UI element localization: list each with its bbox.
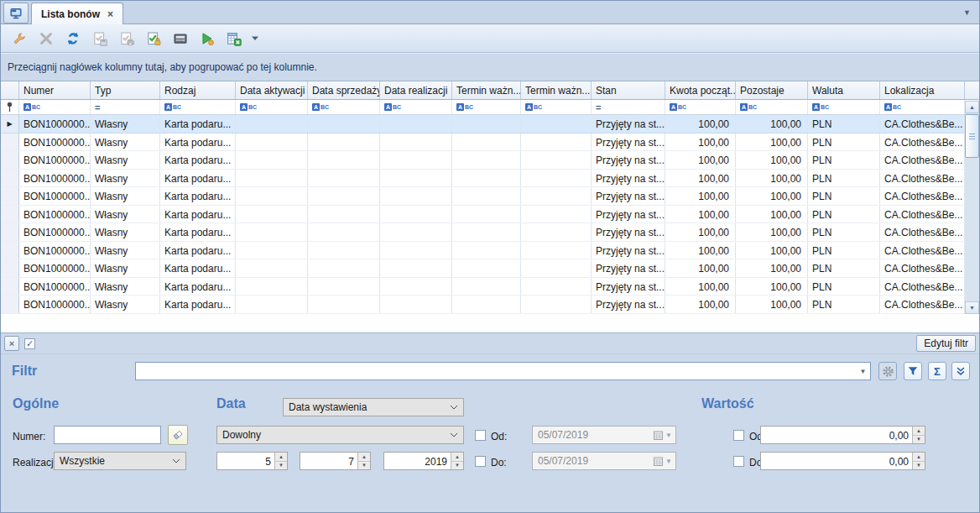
cell [236,151,308,169]
year-spinner[interactable]: 2019 ▲▼ [383,452,464,470]
sum-sigma-icon[interactable]: Σ [928,362,946,380]
confirm-lock-icon[interactable] [142,27,164,50]
column-header-11[interactable]: Pozostaje [736,81,808,99]
filtr-combobox[interactable]: ▼ [135,362,871,380]
filter-cell-5[interactable]: ABC [308,100,380,114]
table-row[interactable]: BON1000000...WłasnyKarta podaru...Przyję… [1,242,979,260]
cell: PLN [808,133,880,151]
filter-cell-6[interactable]: ABC [380,100,452,114]
date-dropdown-icon[interactable]: ▼ [665,458,672,465]
date-type-dropdown[interactable]: Data wystawienia [283,398,464,416]
filter-cell-13[interactable]: ABC [880,100,965,114]
cell: Karta podaru... [160,187,236,205]
cell: 100,00 [736,242,808,259]
spin-up-icon[interactable]: ▲ [451,453,463,462]
column-header-5[interactable]: Data sprzedaży [308,81,380,99]
column-header-10[interactable]: Kwota począt... [665,81,736,99]
column-header-3[interactable]: Rodzaj [160,81,236,99]
filter-cell-11[interactable]: ABC [736,100,808,114]
clear-filter-button[interactable]: × [4,336,19,351]
table-row[interactable]: BON1000000...WłasnyKarta podaru...Przyję… [1,223,979,242]
date-do-checkbox[interactable] [475,456,486,467]
filter-cell-4[interactable]: ABC [236,100,308,114]
numer-input[interactable] [54,426,161,444]
tab-list-dropdown-icon[interactable]: ▼ [963,8,971,17]
eraser-button[interactable] [168,425,188,445]
filtr-input[interactable] [136,363,856,380]
filter-cell-8[interactable]: ABC [521,100,592,114]
run-icon[interactable] [195,27,218,50]
column-header-13[interactable]: Lokalizacja [880,81,965,99]
spin-down-icon[interactable]: ▼ [913,436,925,444]
column-header-1[interactable]: Numer [19,81,91,99]
date-do-field[interactable]: 05/07/2019 ▼ [532,452,676,470]
filter-cell-3[interactable]: ABC [160,100,236,114]
cell: BON1000000... [19,278,91,296]
table-row[interactable]: BON1000000...WłasnyKarta podaru...Przyję… [1,206,979,224]
expand-chevrons-icon[interactable] [951,362,970,380]
cell: CA.Clothes&Be... [880,206,965,223]
table-row[interactable]: BON1000000...WłasnyKarta podaru...Przyję… [1,133,979,152]
column-header-2[interactable]: Typ [91,81,160,99]
table-row[interactable]: BON1000000...WłasnyKarta podaru...Przyję… [1,296,979,314]
month-spinner[interactable]: 7 ▲▼ [300,452,371,470]
tab-lista-bonow[interactable]: Lista bonów × [31,3,123,24]
wrench-edit-icon[interactable] [8,27,30,50]
filter-cell-1[interactable]: ABC [19,100,91,114]
value-do-input[interactable]: 0,00 ▲▼ [760,452,925,470]
edit-filter-button[interactable]: Edytuj filtr [916,335,976,352]
date-dropdown-icon[interactable]: ▼ [665,432,672,439]
filter-enabled-checkbox[interactable]: ✓ [24,338,35,349]
column-header-4[interactable]: Data aktywacji [236,81,308,99]
filter-cell-2[interactable]: = [91,100,160,114]
filter-cell-7[interactable]: ABC [452,100,521,114]
date-range-dropdown[interactable]: Dowolny [216,426,464,444]
refresh-icon[interactable] [61,27,84,50]
spin-up-icon[interactable]: ▲ [358,453,370,462]
vertical-scrollbar[interactable]: ▲ ▼ [965,101,979,314]
table-row[interactable]: BON1000000...WłasnyKarta podaru...Przyję… [1,187,979,206]
table-row[interactable]: ▶BON1000000...WłasnyKarta podaru...Przyj… [1,115,979,133]
value-od-input[interactable]: 0,00 ▲▼ [760,426,925,444]
group-by-bar[interactable]: Przeciągnij nagłówek kolumny tutaj, aby … [1,53,979,81]
date-od-field[interactable]: 05/07/2019 ▼ [532,426,676,444]
save-list-icon[interactable] [88,27,111,50]
table-row[interactable]: BON1000000...WłasnyKarta podaru...Przyję… [1,278,979,296]
spin-down-icon[interactable]: ▼ [275,462,287,470]
spin-down-icon[interactable]: ▼ [913,462,925,470]
column-header-9[interactable]: Stan [592,81,665,99]
spin-up-icon[interactable]: ▲ [913,453,925,462]
scrollbar-thumb[interactable] [965,114,979,158]
settings-gear-icon[interactable] [878,362,897,380]
column-header-8[interactable]: Termin ważn... [521,81,592,99]
table-row[interactable]: BON1000000...WłasnyKarta podaru...Przyję… [1,259,979,278]
value-od-checkbox[interactable] [733,430,744,441]
filtr-dropdown-icon[interactable]: ▼ [856,363,870,380]
delete-x-icon[interactable] [34,27,57,50]
print-list-icon[interactable] [115,27,138,50]
filter-cell-9[interactable]: = [592,100,665,114]
spin-down-icon[interactable]: ▼ [451,462,463,470]
home-tab-button[interactable] [3,3,29,24]
realizacja-dropdown[interactable]: Wszystkie [54,452,186,470]
export-spreadsheet-icon[interactable] [222,27,245,50]
column-header-7[interactable]: Termin ważn... [452,81,521,99]
spin-down-icon[interactable]: ▼ [358,462,370,470]
filter-funnel-icon[interactable] [904,362,922,380]
more-dropdown-icon[interactable] [249,27,261,50]
tab-close-icon[interactable]: × [107,8,113,20]
table-row[interactable]: BON1000000...WłasnyKarta podaru...Przyję… [1,151,979,170]
fiscal-printer-icon[interactable] [169,27,191,50]
column-header-6[interactable]: Data realizacji [380,81,452,99]
spin-up-icon[interactable]: ▲ [913,427,925,436]
table-row[interactable]: BON1000000...WłasnyKarta podaru...Przyję… [1,170,979,188]
filter-cell-12[interactable]: ABC [808,100,880,114]
scroll-down-icon[interactable]: ▼ [965,301,979,314]
column-header-12[interactable]: Waluta [808,81,880,99]
date-od-checkbox[interactable] [475,430,486,441]
scroll-up-icon[interactable]: ▲ [965,101,979,113]
value-do-checkbox[interactable] [733,456,744,467]
filter-cell-10[interactable]: ABC [665,100,736,114]
spin-up-icon[interactable]: ▲ [275,453,287,462]
day-spinner[interactable]: 5 ▲▼ [216,452,288,470]
